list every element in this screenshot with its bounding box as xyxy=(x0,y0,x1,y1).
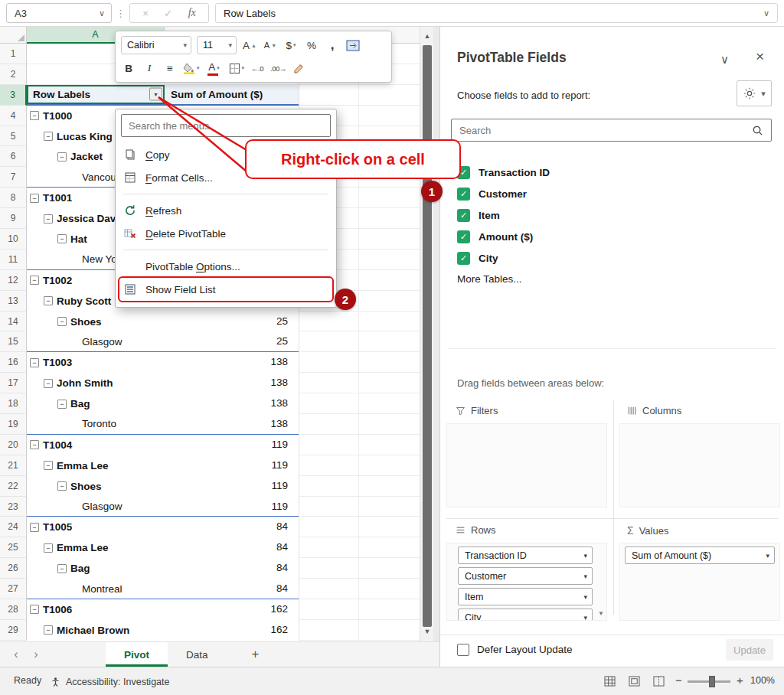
row-header-24[interactable]: 24 xyxy=(0,517,27,537)
menu-item-show-field-list[interactable]: Show Field List xyxy=(116,278,336,301)
cell-A15[interactable]: Glasgow xyxy=(27,331,165,352)
area-item-customer[interactable]: Customer▾ xyxy=(458,567,593,585)
row-header-17[interactable]: 17 xyxy=(0,373,27,393)
empty-cells-17[interactable] xyxy=(299,373,420,393)
empty-cells-29[interactable] xyxy=(299,620,420,641)
row-labels-filter-icon[interactable]: ▼ xyxy=(149,88,162,101)
collapse-button[interactable]: − xyxy=(44,625,53,635)
empty-cells-14[interactable] xyxy=(299,312,420,332)
format-painter-button[interactable] xyxy=(292,59,307,77)
name-box[interactable]: A3 ∨ xyxy=(6,3,112,23)
collapse-button[interactable]: − xyxy=(30,276,39,285)
chevron-down-icon[interactable]: ∨ xyxy=(99,8,105,18)
cell-A3[interactable]: Row Labels▼ xyxy=(27,85,165,106)
menu-item-refresh[interactable]: Refresh xyxy=(116,199,336,222)
cell-A18[interactable]: −Bag xyxy=(27,393,165,414)
cell-B15[interactable]: 25 xyxy=(165,331,299,352)
zoom-out-button[interactable]: − xyxy=(675,674,682,687)
grow-font-button[interactable]: A▲ xyxy=(242,36,257,54)
scroll-down-icon[interactable]: ▼ xyxy=(420,624,434,639)
row-header-27[interactable]: 27 xyxy=(0,579,27,599)
font-name-select[interactable]: Calibri ▾ xyxy=(121,36,191,54)
collapse-button[interactable]: − xyxy=(44,461,53,470)
row-header-11[interactable]: 11 xyxy=(0,250,27,270)
collapse-button[interactable]: − xyxy=(57,152,67,162)
empty-cells-15[interactable] xyxy=(299,331,420,352)
chevron-down-icon[interactable]: ▾ xyxy=(583,552,587,560)
italic-button[interactable]: I xyxy=(142,59,157,77)
cell-A19[interactable]: Toronto xyxy=(27,414,165,435)
cell-B3[interactable]: Sum of Amount ($) xyxy=(165,85,299,106)
defer-layout-checkbox[interactable] xyxy=(457,644,469,656)
formula-input[interactable]: Row Labels ∨ xyxy=(215,3,778,23)
decrease-decimal-button[interactable]: .00→ xyxy=(270,59,286,77)
cell-B24[interactable]: 84 xyxy=(165,517,299,537)
columns-drop-zone[interactable] xyxy=(619,423,780,507)
cell-B16[interactable]: 138 xyxy=(165,352,299,373)
chevron-down-icon[interactable]: ▾ xyxy=(228,41,232,49)
row-header-16[interactable]: 16 xyxy=(0,352,27,373)
row-header-28[interactable]: 28 xyxy=(0,599,27,620)
percent-format-button[interactable]: % xyxy=(304,36,319,54)
cell-A14[interactable]: −Shoes xyxy=(27,312,165,332)
chevron-down-icon[interactable]: ▾ xyxy=(583,614,587,622)
cell-B22[interactable]: 119 xyxy=(165,476,299,497)
chevron-down-icon[interactable]: ▾ xyxy=(766,552,769,560)
empty-cells-20[interactable] xyxy=(299,435,420,455)
menu-search-input[interactable]: Search the menus xyxy=(121,114,331,137)
cell-A17[interactable]: −John Smith xyxy=(27,373,165,393)
empty-cells-25[interactable] xyxy=(299,537,420,558)
field-checkbox-checked[interactable]: ✓ xyxy=(457,230,470,243)
row-header-5[interactable]: 5 xyxy=(0,126,27,147)
collapse-button[interactable]: − xyxy=(30,358,39,367)
field-checkbox-checked[interactable]: ✓ xyxy=(457,252,470,265)
expand-formula-bar-icon[interactable]: ∨ xyxy=(763,8,769,18)
currency-format-button[interactable]: $▾ xyxy=(283,36,299,54)
scroll-up-icon[interactable]: ▲ xyxy=(420,28,434,44)
zoom-level[interactable]: 100% xyxy=(750,675,775,686)
chevron-down-icon[interactable]: ▾ xyxy=(583,573,587,580)
empty-cells-19[interactable] xyxy=(299,414,420,435)
collapse-button[interactable]: − xyxy=(30,111,39,120)
row-header-29[interactable]: 29 xyxy=(0,620,27,641)
shrink-font-button[interactable]: A▼ xyxy=(263,36,278,54)
field-checkbox-checked[interactable]: ✓ xyxy=(457,188,470,201)
cell-B18[interactable]: 138 xyxy=(165,393,299,414)
bold-button[interactable]: B xyxy=(121,59,136,77)
normal-view-button[interactable] xyxy=(600,674,619,689)
row-header-18[interactable]: 18 xyxy=(0,393,27,414)
scrollbar-thumb[interactable] xyxy=(423,45,432,627)
empty-cells-3[interactable] xyxy=(299,85,420,106)
cell-A20[interactable]: −T1004 xyxy=(27,435,165,455)
collapse-button[interactable]: − xyxy=(44,379,53,388)
cell-B17[interactable]: 138 xyxy=(165,373,299,393)
row-header-12[interactable]: 12 xyxy=(0,270,27,291)
chevron-down-icon[interactable]: ▾ xyxy=(583,593,587,601)
cell-A24[interactable]: −T1005 xyxy=(27,517,165,537)
tools-button[interactable]: ▾ xyxy=(737,80,772,106)
cell-B20[interactable]: 119 xyxy=(165,435,299,455)
filters-drop-zone[interactable] xyxy=(446,423,607,507)
row-header-1[interactable]: 1 xyxy=(0,44,27,64)
empty-cells-27[interactable] xyxy=(299,579,420,599)
sheet-nav-next-icon[interactable]: › xyxy=(26,642,46,667)
cell-A27[interactable]: Montreal xyxy=(27,579,165,599)
empty-cells-22[interactable] xyxy=(299,476,420,497)
row-header-13[interactable]: 13 xyxy=(0,291,27,312)
new-sheet-button[interactable]: + xyxy=(240,642,271,667)
page-layout-view-button[interactable] xyxy=(625,674,643,689)
collapse-button[interactable]: − xyxy=(30,605,39,614)
pane-close-icon[interactable]: × xyxy=(756,48,764,65)
sheet-tab-data[interactable]: Data xyxy=(168,642,227,667)
page-break-view-button[interactable] xyxy=(649,674,668,689)
zoom-slider-thumb[interactable] xyxy=(709,676,715,687)
empty-cells-24[interactable] xyxy=(299,517,420,537)
row-header-8[interactable]: 8 xyxy=(0,188,27,208)
font-size-select[interactable]: 11 ▾ xyxy=(197,36,237,54)
row-header-3[interactable]: 3 xyxy=(0,85,27,106)
cell-B27[interactable]: 84 xyxy=(165,579,299,599)
row-header-7[interactable]: 7 xyxy=(0,167,27,188)
row-header-2[interactable]: 2 xyxy=(0,64,27,85)
collapse-button[interactable]: − xyxy=(30,440,39,449)
collapse-button[interactable]: − xyxy=(44,132,53,141)
